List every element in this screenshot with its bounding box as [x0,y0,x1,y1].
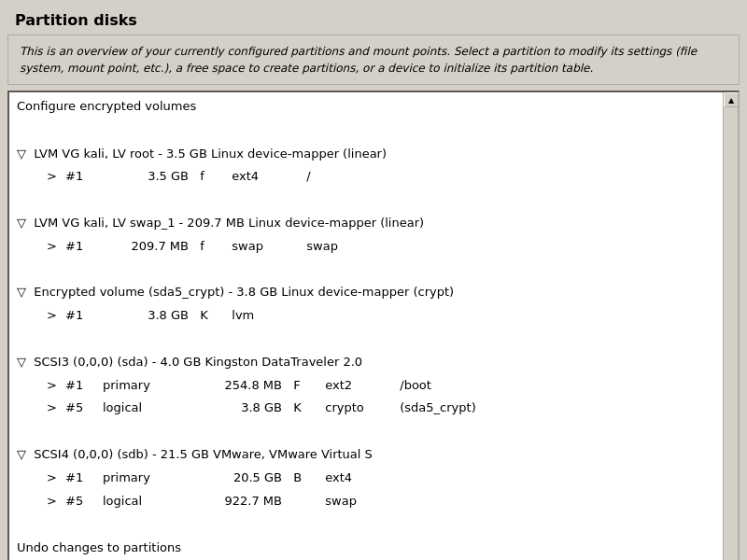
scsi4-header[interactable]: ▽ SCSI4 (0,0,0) (sdb) - 21.5 GB VMware, … [9,443,723,467]
partition-flag: K [196,306,224,326]
page-title: Partition disks [7,7,740,35]
main-content: Partition disks This is an overview of y… [0,0,747,560]
spacer-5 [9,420,723,443]
partition-num: #1 [65,376,103,396]
arrow-icon: > [47,167,65,187]
lvm-root-header-label: ▽ LVM VG kali, LV root - 3.5 GB Linux de… [17,145,387,164]
partition-fs: crypto [317,399,392,418]
spacer-2 [9,189,723,212]
lvm-swap-header[interactable]: ▽ LVM VG kali, LV swap_1 - 209.7 MB Linu… [9,212,723,235]
lvm-root-header[interactable]: ▽ LVM VG kali, LV root - 3.5 GB Linux de… [9,143,723,166]
partition-fs: ext4 [224,167,299,187]
partition-fs: lvm [224,306,299,326]
partition-size: 254.8 MB [196,376,289,396]
partition-size: 922.7 MB [196,492,289,511]
arrow-icon: > [47,399,65,418]
partition-size: 3.8 GB [103,306,196,326]
partition-flag [289,492,317,511]
spacer-1 [9,119,723,143]
scsi4-item-1[interactable]: > #1 primary 20.5 GB B ext4 [9,467,723,490]
partition-num: #5 [65,492,103,511]
scsi3-header[interactable]: ▽ SCSI3 (0,0,0) (sda) - 4.0 GB Kingston … [9,351,723,374]
scsi4-item-5[interactable]: > #5 logical 922.7 MB swap [9,490,723,513]
partition-flag: f [196,167,224,187]
scrollbar[interactable]: ▲ ▼ [723,92,738,560]
partition-num: #1 [65,167,103,187]
partition-num: #5 [65,399,103,418]
scsi3-header-label: ▽ SCSI3 (0,0,0) (sda) - 4.0 GB Kingston … [17,353,362,372]
lvm-root-item-1[interactable]: > #1 3.5 GB f ext4 / [9,165,723,189]
partition-mount: / [299,167,311,187]
partition-flag: B [289,469,317,488]
arrow-icon: > [47,492,65,511]
partition-mount: (sda5_crypt) [392,399,476,418]
partition-type: primary [103,469,196,488]
description-text: This is an overview of your currently co… [20,45,697,75]
scsi3-item-5[interactable]: > #5 logical 3.8 GB K crypto (sda5_crypt… [9,397,723,420]
partition-flag: K [289,399,317,418]
encrypted-header[interactable]: ▽ Encrypted volume (sda5_crypt) - 3.8 GB… [9,281,723,304]
lvm-swap-item-1[interactable]: > #1 209.7 MB f swap swap [9,235,723,259]
spacer-3 [9,259,723,282]
description-box: This is an overview of your currently co… [7,35,740,85]
spacer-6 [9,512,723,536]
partition-fs: ext4 [317,469,392,488]
partition-flag: F [289,376,317,396]
arrow-icon: > [47,306,65,326]
arrow-icon: > [47,237,65,257]
partition-mount: swap [299,237,338,257]
scrollbar-thumb[interactable] [724,107,738,560]
arrow-icon: > [47,469,65,488]
partition-fs: swap [317,492,392,511]
partition-mount: /boot [392,376,431,396]
spacer-4 [9,328,723,351]
partition-type: logical [103,492,196,511]
partition-list[interactable]: Configure encrypted volumes ▽ LVM VG kal… [9,92,738,560]
scsi4-header-label: ▽ SCSI4 (0,0,0) (sdb) - 21.5 GB VMware, … [17,445,373,465]
undo-item[interactable]: Undo changes to partitions [9,536,723,560]
partition-size: 3.5 GB [103,167,196,187]
partition-num: #1 [65,469,103,488]
partition-num: #1 [65,237,103,257]
partition-fs: ext2 [317,376,392,396]
scsi3-item-1[interactable]: > #1 primary 254.8 MB F ext2 /boot [9,374,723,398]
lvm-swap-header-label: ▽ LVM VG kali, LV swap_1 - 209.7 MB Linu… [17,214,424,233]
arrow-icon: > [47,376,65,396]
scroll-up-button[interactable]: ▲ [724,92,739,107]
partition-flag: f [196,237,224,257]
partition-type: logical [103,399,196,418]
partition-size: 20.5 GB [196,469,289,488]
partition-panel: Configure encrypted volumes ▽ LVM VG kal… [7,91,740,560]
configure-encrypted-item[interactable]: Configure encrypted volumes [9,94,723,119]
undo-label: Undo changes to partitions [17,540,181,554]
encrypted-item-1[interactable]: > #1 3.8 GB K lvm [9,304,723,328]
partition-num: #1 [65,306,103,326]
partition-size: 209.7 MB [103,237,196,257]
partition-fs: swap [224,237,299,257]
encrypted-header-label: ▽ Encrypted volume (sda5_crypt) - 3.8 GB… [17,283,454,302]
partition-size: 3.8 GB [196,399,289,418]
partition-type: primary [103,376,196,396]
configure-encrypted-label: Configure encrypted volumes [17,99,196,113]
